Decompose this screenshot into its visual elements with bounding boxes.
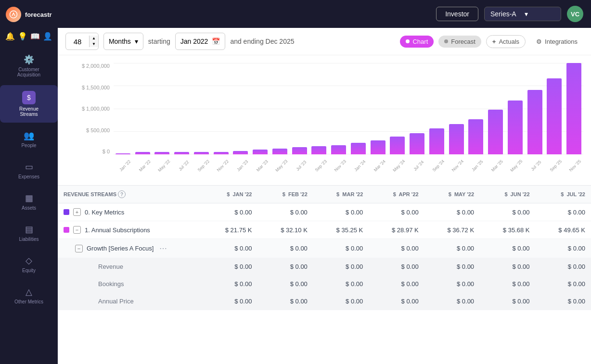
x-axis-label: Mar '25 <box>488 157 506 175</box>
integrations-button[interactable]: ⚙ Integrations <box>530 36 583 48</box>
x-axis-label: Jan '23 <box>234 157 251 175</box>
table-row: Bookings $ 0.00$ 0.00$ 0.00$ 0.00$ 0.00$… <box>58 276 591 293</box>
row-value-cell: $ 0.00 <box>424 239 480 258</box>
row-label-cell: − 1. Annual Subscriptions <box>58 221 202 239</box>
sidebar-item-liabilities[interactable]: ▤ Liabilities <box>0 218 58 248</box>
sidebar-item-assets[interactable]: ▦ Assets <box>0 187 58 216</box>
avatar: VC <box>567 6 583 22</box>
logo-icon <box>6 7 21 22</box>
dollar-sign: $ <box>512 263 515 270</box>
y-label-500k: $ 500,000 <box>86 127 110 133</box>
x-axis-label: May '22 <box>155 157 173 175</box>
sidebar-header: forecastr <box>0 0 58 29</box>
docs-icon[interactable]: 📖 <box>30 32 40 41</box>
chart-bar <box>292 147 307 154</box>
row-value-cell: $ 0.00 <box>202 276 257 293</box>
bar-group <box>447 63 466 154</box>
bar-group <box>349 63 368 154</box>
bar-group <box>172 63 191 154</box>
profile-icon[interactable]: 👤 <box>43 32 52 41</box>
bar-group <box>369 63 387 154</box>
row-value-cell: $ 28.97 K <box>369 221 424 239</box>
expand-icon[interactable]: − <box>75 245 83 252</box>
table-area[interactable]: REVENUE STREAMS ? $ JAN '22 $ FEB '22 $ … <box>58 185 591 364</box>
ideas-icon[interactable]: 💡 <box>18 32 27 41</box>
gear-icon: ⚙ <box>536 38 542 45</box>
period-input[interactable]: 48 ▲ ▼ <box>65 33 99 50</box>
dollar-sign: $ <box>447 226 450 234</box>
dollar-sign: $ <box>457 209 460 216</box>
expand-icon[interactable]: + <box>73 208 81 216</box>
sidebar-item-equity[interactable]: ◇ Equity <box>0 250 58 279</box>
series-select[interactable]: Series-A ▾ <box>484 7 561 21</box>
sidebar-item-customer-acquisition[interactable]: ⚙️ CustomerAcquisition <box>0 49 58 83</box>
x-axis-label: May '25 <box>508 157 525 175</box>
sidebar-item-other-metrics[interactable]: △ Other Metrics <box>0 281 58 310</box>
bar-group <box>133 63 152 154</box>
col-header-apr22: $ APR '22 <box>369 186 424 203</box>
integrations-label: Integrations <box>545 38 578 45</box>
dollar-sign: $ <box>234 280 238 288</box>
revenue-streams-header: REVENUE STREAMS <box>64 191 116 197</box>
logo-text: forecastr <box>25 11 52 18</box>
help-icon[interactable]: ? <box>118 190 126 198</box>
chart-bar <box>351 143 366 154</box>
starting-label: starting <box>148 38 170 45</box>
bar-group <box>270 63 289 154</box>
row-value-cell: $ 0.00 <box>424 276 480 293</box>
sidebar-nav: ⚙️ CustomerAcquisition $ RevenueStreams … <box>0 44 58 364</box>
dollar-sign: $ <box>290 245 294 252</box>
indent-row-label: Annual Price <box>98 298 134 305</box>
x-axis-label: Nov '22 <box>214 157 231 175</box>
period-up-button[interactable]: ▲ <box>90 36 98 41</box>
col-header-jan22: $ JAN '22 <box>202 186 257 203</box>
investor-button[interactable]: Investor <box>436 7 478 21</box>
row-value-cell: $ 0.00 <box>313 258 369 276</box>
sidebar-item-people[interactable]: 👥 People <box>0 125 58 154</box>
row-value-cell: $ 0.00 <box>424 293 480 310</box>
chart-toggle-button[interactable]: Chart <box>400 36 434 48</box>
row-value-cell: $ 36.72 K <box>424 221 480 239</box>
row-value-cell: $ 0.00 <box>257 203 313 221</box>
x-axis-label: Nov '24 <box>449 157 466 175</box>
row-label-cell: Bookings <box>58 276 202 293</box>
x-axis-label: Jul '22 <box>175 157 193 175</box>
table-row: + 0. Key Metrics $ 0.00$ 0.00$ 0.00$ 0.0… <box>58 203 591 221</box>
table-row: Revenue $ 0.00$ 0.00$ 0.00$ 0.00$ 0.00$ … <box>58 258 591 276</box>
row-label-text: 0. Key Metrics <box>85 209 124 216</box>
row-value-cell: $ 49.65 K <box>536 221 591 239</box>
forecast-toggle-button[interactable]: Forecast <box>438 36 481 48</box>
chart-bar <box>233 151 248 154</box>
chart-bar <box>566 63 581 154</box>
chart-toggle-label: Chart <box>412 38 428 45</box>
sidebar-item-expenses[interactable]: ▭ Expenses <box>0 156 58 185</box>
x-axis-label: Sep '22 <box>195 157 212 175</box>
period-down-button[interactable]: ▼ <box>90 41 98 47</box>
toolbar: 48 ▲ ▼ Months ▾ starting Jan 2022 📅 and … <box>58 28 591 55</box>
period-type-label: Months <box>109 38 131 45</box>
x-axis-label: Sep '23 <box>312 157 330 175</box>
chart-bar <box>508 100 523 154</box>
dollar-sign: $ <box>401 209 405 216</box>
period-type-select[interactable]: Months ▾ <box>103 33 143 50</box>
other-metrics-icon: △ <box>26 287 32 297</box>
start-date-input[interactable]: Jan 2022 📅 <box>175 33 226 50</box>
calendar-icon: 📅 <box>212 38 220 45</box>
chevron-down-icon: ▾ <box>525 10 555 18</box>
forecast-toggle-label: Forecast <box>451 38 475 45</box>
sidebar-item-revenue-streams[interactable]: $ RevenueStreams <box>0 85 58 123</box>
more-button[interactable]: ⋯ <box>157 244 169 253</box>
period-value-input[interactable]: 48 <box>66 38 89 46</box>
notifications-icon[interactable]: 🔔 <box>5 32 15 41</box>
liabilities-icon: ▤ <box>25 224 33 235</box>
svg-point-0 <box>10 11 17 18</box>
dollar-sign: $ <box>568 245 571 252</box>
actuals-toggle-button[interactable]: + Actuals <box>486 35 526 48</box>
sidebar-item-label: Liabilities <box>19 237 39 242</box>
expenses-icon: ▭ <box>25 162 33 172</box>
bar-group <box>212 63 231 154</box>
dollar-sign: $ <box>568 209 571 216</box>
expand-icon[interactable]: − <box>73 226 81 234</box>
row-value-cell: $ 0.00 <box>369 293 424 310</box>
x-axis-label: Nov '25 <box>566 157 584 175</box>
